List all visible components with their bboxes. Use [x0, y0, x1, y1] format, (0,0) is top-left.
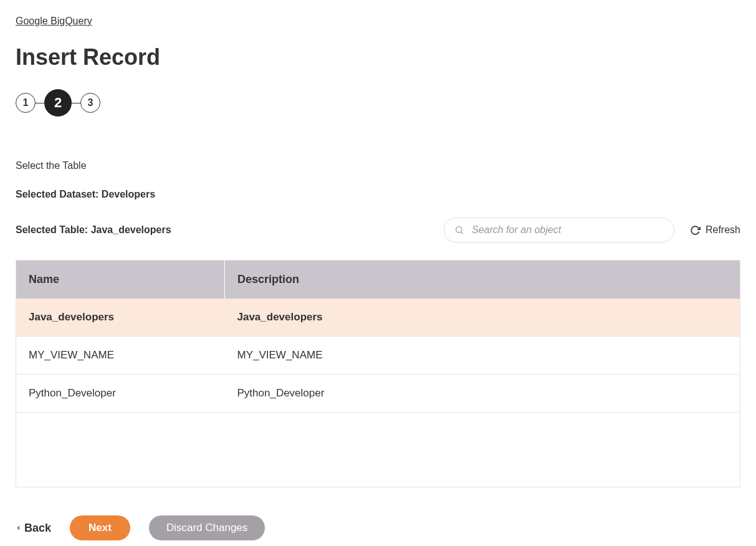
step-3[interactable]: 3	[80, 93, 100, 113]
back-button[interactable]: Back	[16, 522, 51, 535]
svg-line-1	[461, 232, 463, 234]
column-header-name: Name	[16, 261, 225, 299]
next-button[interactable]: Next	[70, 515, 130, 540]
table-row[interactable]: Python_Developer Python_Developer	[16, 375, 740, 413]
instruction-text: Select the Table	[16, 160, 740, 171]
discard-button[interactable]: Discard Changes	[149, 515, 265, 540]
table-row[interactable]: Java_developers Java_developers	[16, 299, 740, 337]
footer-buttons: Back Next Discard Changes	[16, 515, 740, 540]
chevron-left-icon	[16, 524, 22, 532]
svg-point-0	[456, 227, 462, 232]
table-empty-area	[16, 413, 740, 487]
back-label: Back	[24, 522, 51, 535]
cell-description: MY_VIEW_NAME	[225, 337, 740, 375]
search-input[interactable]	[472, 224, 664, 236]
selected-dataset-label: Selected Dataset: Developers	[16, 189, 740, 200]
page-title: Insert Record	[16, 44, 740, 70]
cell-name: Python_Developer	[16, 375, 225, 413]
table-row[interactable]: MY_VIEW_NAME MY_VIEW_NAME	[16, 337, 740, 375]
refresh-label: Refresh	[706, 224, 740, 236]
stepper: 1 2 3	[16, 89, 740, 117]
search-icon	[454, 225, 464, 235]
refresh-button[interactable]: Refresh	[690, 224, 740, 236]
step-connector	[72, 103, 80, 103]
step-2[interactable]: 2	[44, 89, 72, 117]
refresh-icon	[690, 225, 701, 236]
tables-list: Name Description Java_developers Java_de…	[16, 260, 740, 413]
cell-name: Java_developers	[16, 299, 225, 337]
step-connector	[36, 103, 44, 103]
cell-description: Python_Developer	[225, 375, 740, 413]
search-box[interactable]	[444, 218, 674, 242]
step-1[interactable]: 1	[16, 93, 36, 113]
column-header-description: Description	[225, 261, 740, 299]
selected-table-label: Selected Table: Java_developers	[16, 224, 171, 236]
cell-name: MY_VIEW_NAME	[16, 337, 225, 375]
breadcrumb-link[interactable]: Google BigQuery	[16, 16, 92, 26]
cell-description: Java_developers	[225, 299, 740, 337]
